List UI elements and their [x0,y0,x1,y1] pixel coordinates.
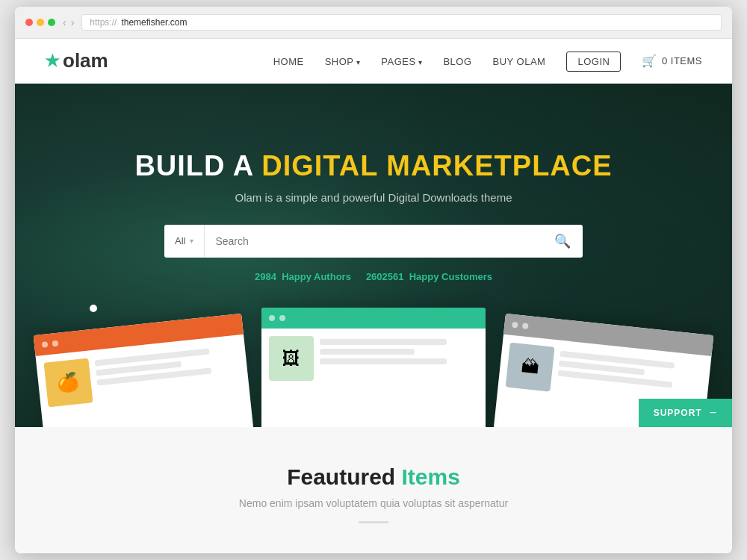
featured-title-accent: Items [401,464,459,489]
browser-dots [25,19,55,26]
support-button[interactable]: SUPPORT − [639,399,732,427]
logo-text: olam [63,49,108,72]
browser-nav: ‹ › [63,16,74,28]
address-bar[interactable]: https:// themefisher.com [81,14,722,31]
site-header: ★ olam HOME SHOP PAGES BLOG BUY OLAM LOG… [15,39,732,84]
hero-preview: 🍊 🖼 [15,300,732,427]
hero-title: BUILD A DIGITAL MARKETPLACE [45,151,702,182]
nav-item-cart[interactable]: 🛒 0 ITEMS [642,54,702,68]
browser-chrome: ‹ › https:// themefisher.com [15,7,732,39]
card-header-teal [261,308,486,329]
nav-link-blog[interactable]: BLOG [443,56,471,67]
search-button[interactable]: 🔍 [542,225,583,258]
hero-content: BUILD A DIGITAL MARKETPLACE Olam is a si… [45,128,702,282]
card-lines-2 [320,336,478,381]
preview-card-2: 🖼 [261,308,486,427]
card-thumbnail-2: 🖼 [269,336,314,381]
featured-subtitle: Nemo enim ipsam voluptatem quia voluptas… [45,497,702,509]
dot-yellow[interactable] [37,19,44,26]
card-line [320,349,415,355]
back-button[interactable]: ‹ [63,16,66,28]
authors-stat: 2984 Happy Authors [255,271,351,282]
card-dot [512,322,518,329]
nav-link-pages[interactable]: PAGES [381,56,422,67]
nav-item-buy[interactable]: BUY OLAM [493,55,546,68]
support-minimize-icon: − [710,406,717,420]
customers-count: 2602561 [366,271,404,282]
authors-label: Happy Authors [282,271,351,282]
nav-menu: HOME SHOP PAGES BLOG BUY OLAM LOGIN 🛒 0 … [273,54,702,68]
preview-card-1: 🍊 [34,314,254,427]
card-dot [42,341,49,348]
logo[interactable]: ★ olam [45,49,108,72]
search-category-dropdown[interactable]: All ▾ [164,225,205,258]
url-domain: themefisher.com [121,17,187,28]
customers-stat: 2602561 Happy Customers [366,271,492,282]
nav-link-buy[interactable]: BUY OLAM [493,56,546,67]
url-protocol: https:// [90,17,117,28]
support-label: SUPPORT [654,408,702,418]
hero-title-accent: DIGITAL MARKETPLACE [261,150,612,181]
card-line [320,339,447,345]
featured-title-black: Feautured [287,464,401,489]
browser-window: ‹ › https:// themefisher.com ★ olam HOME… [15,7,732,553]
nav-item-pages[interactable]: PAGES [381,55,422,68]
hero-stats: 2984 Happy Authors 2602561 Happy Custome… [45,271,702,282]
hero-section: BUILD A DIGITAL MARKETPLACE Olam is a si… [15,84,732,427]
nav-item-home[interactable]: HOME [273,55,304,68]
nav-item-blog[interactable]: BLOG [443,55,471,68]
search-input[interactable] [205,235,542,247]
dot-red[interactable] [25,19,33,26]
hero-subtitle: Olam is a simple and powerful Digital Do… [45,191,702,204]
authors-count: 2984 [255,271,276,282]
featured-divider [359,521,388,523]
card-dot [522,323,529,329]
nav-item-shop[interactable]: SHOP [325,55,361,68]
nav-item-login[interactable]: LOGIN [566,55,621,68]
card-line [558,370,673,388]
customers-label: Happy Customers [409,271,492,282]
nav-link-home[interactable]: HOME [273,56,304,67]
search-bar: All ▾ 🔍 [164,225,583,258]
dot-green[interactable] [48,19,55,26]
nav-link-shop[interactable]: SHOP [325,56,361,67]
card-dot [269,315,275,321]
card-dot [279,315,285,321]
cart-link[interactable]: 🛒 0 ITEMS [642,54,702,68]
card-dot [52,340,59,347]
card-line [320,358,447,364]
logo-star-icon: ★ [45,52,60,71]
search-icon: 🔍 [554,233,571,249]
search-category-label: All [175,235,185,246]
card-thumbnail-1: 🍊 [44,358,93,408]
below-fold: Feautured Items Nemo enim ipsam voluptat… [15,427,732,553]
cart-icon: 🛒 [642,54,657,68]
card-lines-1 [94,343,241,402]
forward-button[interactable]: › [71,16,75,28]
chevron-down-icon: ▾ [190,237,193,245]
card-thumbnail-3: 🏔 [506,343,555,392]
login-button[interactable]: LOGIN [566,52,621,72]
hero-title-white: BUILD A [134,150,261,181]
cart-count: 0 ITEMS [662,55,702,66]
featured-title: Feautured Items [45,464,702,490]
card-body-2: 🖼 [261,329,486,388]
